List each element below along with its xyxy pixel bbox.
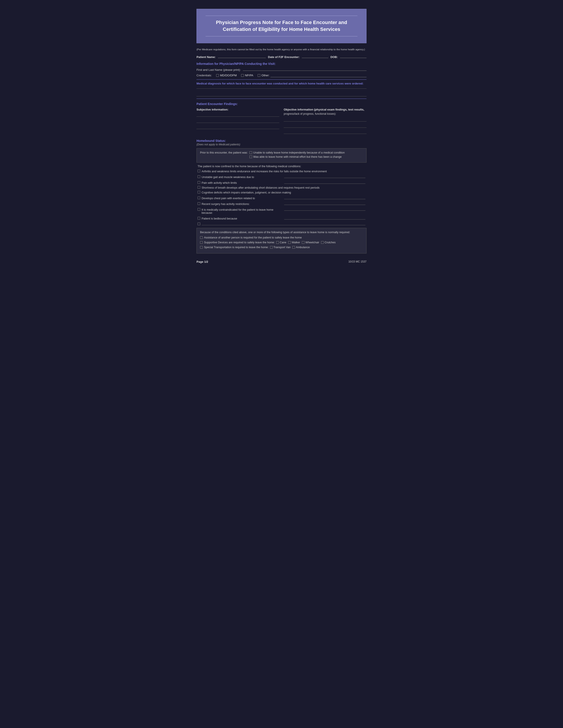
option-minimal[interactable]: Was able to leave home with minimal effo… (249, 155, 345, 158)
condition-6-line[interactable] (284, 196, 366, 199)
condition-3: Pain with activity which limits (197, 180, 366, 184)
condition-1-text: Arthritis and weakness limits endurance … (201, 170, 366, 173)
device-options: Cane Walker Wheelchair Crutches (276, 241, 336, 244)
credential-other-label: Other: (261, 74, 269, 77)
conditions-intro: The patient is now confined to the home … (197, 165, 366, 168)
device-walker[interactable]: Walker (288, 241, 300, 244)
credential-other[interactable]: Other: (258, 74, 367, 77)
disclaimer-text: (Per Medicare regulations, this form can… (196, 48, 367, 51)
subjective-label: Subjective information: (196, 108, 279, 111)
condition-2-checkbox[interactable] (197, 175, 200, 178)
condition-7-checkbox[interactable] (197, 202, 200, 205)
physician-name-line[interactable] (243, 67, 367, 71)
objective-sublabel: progress/lack of progress, functional lo… (284, 112, 367, 115)
objective-line-2[interactable] (284, 123, 367, 128)
prior-label: Prior to this encounter, the patient was… (200, 151, 248, 154)
condition-6-checkbox[interactable] (197, 197, 200, 199)
assistance-person: Assistance of another person is required… (200, 236, 363, 239)
transport-van-label: Transport Van (273, 246, 291, 249)
option-unable-checkbox[interactable] (249, 151, 252, 154)
condition-4-checkbox[interactable] (197, 186, 200, 189)
condition-7: Recent surgery has activity restrictions… (197, 201, 366, 206)
condition-3-text: Pain with activity which limits (201, 181, 283, 184)
patient-name-label: Patient Name: (196, 55, 216, 59)
condition-4: Shortness of breath develops after ambul… (197, 186, 366, 189)
divider-1 (196, 79, 367, 80)
diagnosis-line-1[interactable] (196, 92, 367, 96)
footer: Page 1/2 10/15 MC 1537 (196, 258, 367, 263)
patient-name-line[interactable] (218, 54, 266, 58)
subjective-line-2[interactable] (196, 118, 279, 123)
homebound-options: Unable to safely leave home independentl… (249, 151, 345, 158)
condition-9-text: Patient is bedbound because (201, 217, 283, 220)
objective-col: Objective information (physical exam fin… (284, 108, 367, 136)
device-cane[interactable]: Cane (276, 241, 287, 244)
condition-10-checkbox[interactable] (197, 223, 200, 225)
subjective-col: Subjective information: (196, 108, 279, 136)
encounter-cols: Subjective information: Objective inform… (196, 108, 367, 136)
objective-line-3[interactable] (284, 129, 367, 134)
date-f2f-line[interactable] (302, 54, 328, 58)
condition-7-line[interactable] (284, 201, 366, 205)
assistance-transport-checkbox[interactable] (200, 246, 203, 249)
physician-section-title: Information for Physician/NP/PA Conducti… (196, 62, 367, 66)
device-crutches[interactable]: Crutches (321, 241, 336, 244)
device-wheelchair[interactable]: Wheelchair (302, 241, 319, 244)
objective-label: Objective information (physical exam fin… (284, 108, 367, 111)
assistance-transport: Special Transportation is required to le… (200, 246, 363, 249)
credential-md[interactable]: MD/DO/DPM (216, 74, 237, 77)
assistance-intro: Because of the conditions cited above, o… (200, 231, 363, 234)
subjective-line-3[interactable] (196, 125, 279, 129)
condition-9-checkbox[interactable] (197, 217, 200, 220)
device-wheelchair-label: Wheelchair (305, 241, 319, 244)
condition-8-checkbox[interactable] (197, 208, 200, 211)
condition-8-line[interactable] (284, 207, 366, 211)
device-cane-label: Cane (280, 241, 287, 244)
condition-5-checkbox[interactable] (197, 191, 200, 193)
credential-other-line[interactable] (270, 74, 367, 77)
assistance-devices-label: Supportive Devices are required to safel… (204, 241, 275, 244)
transport-ambulance-label: Ambulance (296, 246, 310, 249)
option-minimal-checkbox[interactable] (249, 156, 252, 158)
homebound-subtitle: (Does not apply to Medicaid patients) (196, 143, 367, 146)
page: Physician Progress Note for Face to Face… (192, 4, 371, 268)
header-title: Physician Progress Note for Face to Face… (205, 19, 358, 33)
credential-np-checkbox[interactable] (241, 74, 244, 77)
subjective-line-1[interactable] (196, 112, 279, 117)
transport-ambulance-checkbox[interactable] (292, 246, 295, 249)
device-wheelchair-checkbox[interactable] (302, 241, 305, 244)
encounter-title: Patient Encounter Findings: (196, 102, 367, 106)
condition-9-line[interactable] (284, 216, 366, 220)
condition-3-line[interactable] (284, 180, 366, 184)
device-crutches-checkbox[interactable] (321, 241, 324, 244)
condition-7-text: Recent surgery has activity restrictions… (201, 203, 283, 206)
condition-2-line[interactable] (284, 174, 366, 178)
transport-van-checkbox[interactable] (270, 246, 273, 249)
condition-5: Cognitive deficits which impairs orienta… (197, 191, 366, 194)
device-walker-checkbox[interactable] (288, 241, 291, 244)
objective-line-1[interactable] (284, 117, 367, 122)
assistance-devices-checkbox[interactable] (200, 241, 203, 244)
header-box: Physician Progress Note for Face to Face… (196, 9, 367, 43)
device-cane-checkbox[interactable] (276, 241, 279, 244)
condition-3-checkbox[interactable] (197, 181, 200, 184)
divider-2 (196, 88, 367, 89)
transport-van[interactable]: Transport Van (270, 246, 291, 249)
credential-md-checkbox[interactable] (216, 74, 219, 77)
credential-other-checkbox[interactable] (258, 74, 260, 77)
dob-line[interactable] (340, 54, 367, 58)
assistance-person-checkbox[interactable] (200, 236, 203, 239)
option-unable-label: Unable to safely leave home independentl… (253, 151, 345, 154)
option-unable[interactable]: Unable to safely leave home independentl… (249, 151, 345, 154)
condition-8: It is medically contraindicated for the … (197, 207, 366, 214)
physician-name-row: First and Last Name (please print): (196, 67, 367, 71)
assistance-person-label: Assistance of another person is required… (204, 236, 302, 239)
transport-ambulance[interactable]: Ambulance (292, 246, 310, 249)
assistance-box: Because of the conditions cited above, o… (196, 228, 367, 253)
assistance-transport-label: Special Transportation is required to le… (204, 246, 269, 249)
condition-10-line[interactable] (201, 222, 366, 225)
condition-1-checkbox[interactable] (197, 170, 200, 172)
credential-np[interactable]: NP/PA (241, 74, 253, 77)
credentials-label: Credentials: (196, 74, 212, 77)
condition-5-text: Cognitive deficits which impairs orienta… (201, 191, 366, 194)
